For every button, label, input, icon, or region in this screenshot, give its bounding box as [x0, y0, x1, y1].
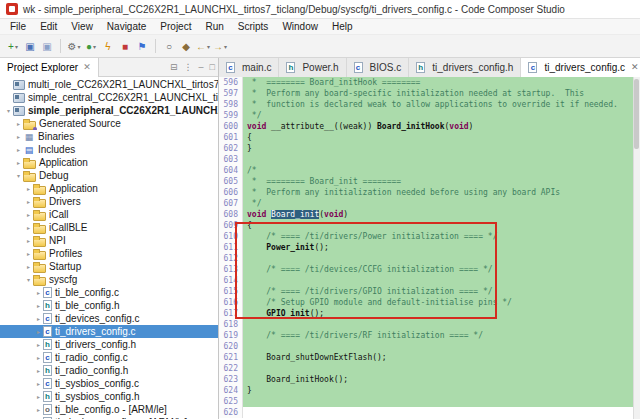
code-line[interactable]: 605 * ======== Board_init ======== [219, 176, 640, 187]
code-line[interactable]: 604/* [219, 165, 640, 176]
code-text[interactable]: /* ==== /ti/drivers/GPIO initialization … [243, 286, 640, 297]
line-number[interactable]: 607 [219, 198, 243, 209]
tree-item[interactable]: ▸Application [0, 182, 218, 195]
terminate-icon[interactable]: ■ [117, 38, 133, 55]
code-text[interactable]: void __attribute__((weak)) Board_initHoo… [243, 121, 640, 132]
code-text[interactable]: Board_shutDownExtFlash(); [243, 352, 640, 363]
tree-item[interactable]: ▸hti_sysbios_config.h [0, 390, 218, 403]
code-line[interactable]: 621 Board_shutDownExtFlash(); [219, 352, 640, 363]
code-line[interactable]: 626 [219, 407, 640, 418]
chevron-right-icon[interactable]: ▸ [24, 250, 33, 257]
chevron-right-icon[interactable]: ▸ [24, 211, 33, 218]
tree-item[interactable]: ▸hti_ble_config.h [0, 299, 218, 312]
code-line[interactable]: 620 [219, 341, 640, 352]
tree-item[interactable]: ▸oti_ble_config.o - [ARM/le] [0, 403, 218, 416]
menu-help[interactable]: Help [325, 20, 360, 33]
line-number[interactable]: 601 [219, 132, 243, 143]
code-line[interactable]: 608void Board_init(void) [219, 209, 640, 220]
code-line[interactable]: 598 * function is declared weak to allow… [219, 99, 640, 110]
code-line[interactable]: 613 /* ==== /ti/devices/CCFG initializat… [219, 264, 640, 275]
code-line[interactable]: 624} [219, 385, 640, 396]
forward-icon[interactable]: →▾ [212, 38, 228, 55]
line-number[interactable]: 617 [219, 308, 243, 319]
code-line[interactable]: 625 [219, 396, 640, 407]
menu-project[interactable]: Project [153, 20, 198, 33]
code-text[interactable]: Power_init(); [243, 242, 640, 253]
code-text[interactable] [243, 275, 640, 286]
line-number[interactable]: 609 [219, 220, 243, 231]
code-line[interactable]: 610 /* ==== /ti/drivers/Power initializa… [219, 231, 640, 242]
code-text[interactable]: /* ==== /ti/drivers/Power initialization… [243, 231, 640, 242]
chevron-right-icon[interactable]: ▸ [34, 289, 43, 296]
code-line[interactable]: 617 GPIO_init(); [219, 308, 640, 319]
tree-item[interactable]: ▸cti_devices_config.c [0, 312, 218, 325]
tree-item[interactable]: ▸NPI [0, 234, 218, 247]
code-text[interactable]: * Perform any board-specific initializat… [243, 88, 640, 99]
chevron-right-icon[interactable]: ▸ [14, 120, 23, 127]
code-text[interactable]: void Board_init(void) [243, 209, 640, 220]
line-number[interactable]: 626 [219, 407, 243, 418]
code-line[interactable]: 612 [219, 253, 640, 264]
new-wizard-icon[interactable]: +▾ [5, 38, 21, 55]
line-number[interactable]: 599 [219, 110, 243, 121]
search-icon[interactable]: ○ [161, 38, 177, 55]
code-line[interactable]: 614 [219, 275, 640, 286]
code-text[interactable]: } [243, 143, 640, 154]
editor-tab[interactable]: cti_drivers_config.c✕ [521, 58, 640, 77]
tree-item[interactable]: ▸hti_drivers_config.h [0, 338, 218, 351]
code-text[interactable]: * ======== Board_initHook ======== [243, 77, 640, 88]
code-line[interactable]: 622 [219, 363, 640, 374]
code-text[interactable]: /* [243, 165, 640, 176]
tree-item[interactable]: ▾syscfg [0, 273, 218, 286]
debug-icon[interactable]: ●▾ [83, 38, 99, 55]
code-line[interactable]: 597 * Perform any board-specific initial… [219, 88, 640, 99]
tree-item[interactable]: ▸cti_radio_config.c [0, 351, 218, 364]
back-dropdown-icon[interactable]: ▾ [207, 43, 210, 50]
minimize-icon[interactable]: – [196, 62, 207, 72]
editor-tab[interactable]: cBIOS.c [347, 58, 410, 77]
code-text[interactable]: { [243, 132, 640, 143]
line-number[interactable]: 610 [219, 231, 243, 242]
build-dropdown-icon[interactable]: ▾ [77, 43, 80, 50]
chevron-right-icon[interactable]: ▸ [34, 354, 43, 361]
menu-window[interactable]: Window [275, 20, 325, 33]
code-editor[interactable]: 596 * ======== Board_initHook ========59… [219, 77, 640, 419]
code-line[interactable]: 616 /* Setup GPIO module and default-ini… [219, 297, 640, 308]
code-text[interactable] [243, 396, 640, 407]
line-number[interactable]: 622 [219, 363, 243, 374]
code-text[interactable]: * Perform any initialization needed befo… [243, 187, 640, 198]
chevron-right-icon[interactable]: ▸ [14, 159, 23, 166]
code-line[interactable]: 618 [219, 319, 640, 330]
scrollbar-thumb[interactable] [634, 79, 639, 149]
flash-icon[interactable]: ϟ [100, 38, 116, 55]
line-number[interactable]: 613 [219, 264, 243, 275]
tree-item[interactable]: multi_role_CC26X2R1_LAUNCHXL_tirtos7 [0, 78, 218, 91]
save-icon[interactable]: ▣ [22, 38, 38, 55]
line-number[interactable]: 612 [219, 253, 243, 264]
chevron-right-icon[interactable]: ▸ [14, 133, 23, 140]
code-line[interactable]: 609{ [219, 220, 640, 231]
line-number[interactable]: 625 [219, 396, 243, 407]
maximize-icon[interactable]: □ [207, 62, 218, 72]
view-menu-icon[interactable]: ⋮ [181, 62, 196, 72]
code-line[interactable]: 599 */ [219, 110, 640, 121]
chevron-right-icon[interactable]: ▸ [34, 406, 43, 413]
collapse-all-icon[interactable]: ⊟ [167, 62, 181, 72]
tree-item[interactable]: ▾simple_peripheral_CC26X2R1_LAUNCHX [0, 104, 218, 117]
chevron-right-icon[interactable]: ▸ [24, 263, 33, 270]
tree-item[interactable]: ▸Profiles [0, 247, 218, 260]
code-text[interactable]: */ [243, 110, 640, 121]
line-number[interactable]: 611 [219, 242, 243, 253]
forward-dropdown-icon[interactable]: ▾ [224, 43, 227, 50]
code-text[interactable]: Board_initHook(); [243, 374, 640, 385]
code-text[interactable] [243, 154, 640, 165]
chevron-right-icon[interactable]: ▸ [34, 367, 43, 374]
editor-tab[interactable]: hti_drivers_config.h [409, 58, 521, 77]
line-number[interactable]: 603 [219, 154, 243, 165]
chevron-right-icon[interactable]: ▸ [14, 146, 23, 153]
tab-project-explorer[interactable]: Project Explorer ✕ [0, 58, 99, 77]
chevron-right-icon[interactable]: ▸ [24, 185, 33, 192]
code-line[interactable]: 596 * ======== Board_initHook ======== [219, 77, 640, 88]
code-text[interactable]: * ======== Board_init ======== [243, 176, 640, 187]
line-number[interactable]: 620 [219, 341, 243, 352]
